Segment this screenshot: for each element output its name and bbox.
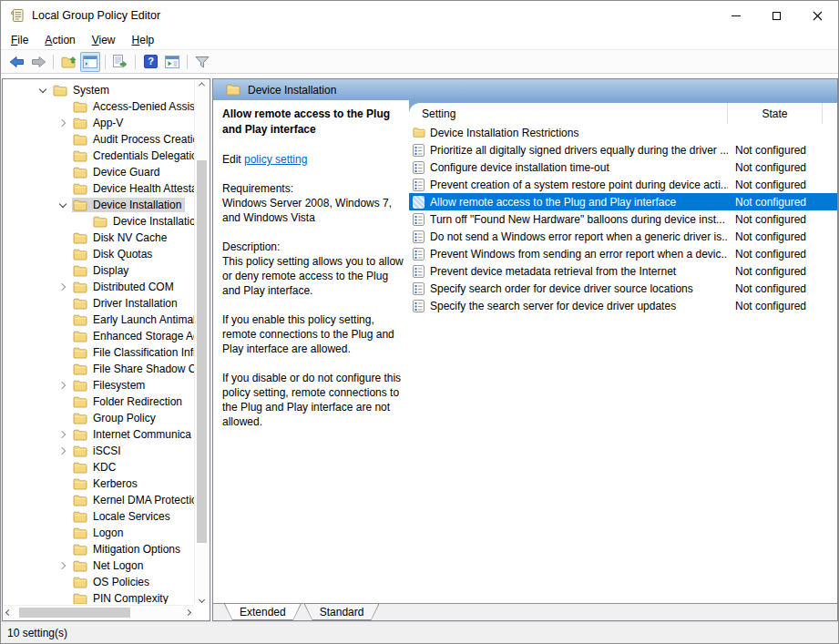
policy-setting-link[interactable]: policy setting: [244, 153, 307, 166]
tree-item[interactable]: iSCSI: [3, 443, 194, 459]
menu-help[interactable]: Help: [124, 32, 163, 48]
tree-item[interactable]: System: [3, 82, 194, 98]
setting-row[interactable]: Specify the search server for device dri…: [409, 297, 837, 314]
tab-label: Extended: [225, 604, 301, 619]
setting-row[interactable]: Prevent device metadata retrieval from t…: [409, 262, 837, 280]
minimize-button[interactable]: [715, 1, 756, 30]
chevron-right-icon[interactable]: [54, 377, 72, 394]
menu-view[interactable]: View: [84, 32, 124, 48]
toolbar-separator: [105, 55, 106, 69]
show-window-button[interactable]: [162, 52, 182, 72]
tree-item[interactable]: Device Installation: [3, 197, 194, 213]
chevron-spacer: [54, 328, 72, 344]
setting-row[interactable]: Configure device installation time-outNo…: [409, 158, 837, 176]
back-button[interactable]: [6, 52, 26, 72]
setting-row[interactable]: Prevent Windows from sending an error re…: [409, 245, 837, 262]
tree-item[interactable]: Device Installation: [3, 213, 194, 230]
forward-button[interactable]: [28, 52, 48, 72]
setting-row[interactable]: Device Installation Restrictions: [409, 124, 837, 141]
chevron-spacer: [54, 98, 72, 115]
show-console-tree-button[interactable]: [80, 52, 100, 72]
tree-item-label: Distributed COM: [93, 281, 174, 293]
tree-item[interactable]: Mitigation Options: [3, 541, 194, 557]
setting-row[interactable]: Prevent creation of a system restore poi…: [409, 176, 837, 193]
tree-item[interactable]: File Classification Infr: [3, 344, 194, 361]
chevron-spacer: [54, 230, 72, 246]
column-header-state[interactable]: State: [728, 103, 823, 124]
tree-item[interactable]: Device Health Attesta: [3, 180, 194, 197]
window-controls: [715, 1, 838, 30]
setting-row[interactable]: Turn off "Found New Hardware" balloons d…: [409, 210, 837, 228]
chevron-spacer: [54, 525, 72, 541]
tree-horizontal-scrollbar[interactable]: [4, 605, 193, 619]
tree-item[interactable]: Distributed COM: [3, 279, 194, 295]
tree-item[interactable]: Display: [3, 262, 194, 279]
chevron-spacer: [54, 295, 72, 312]
chevron-spacer: [54, 246, 72, 262]
setting-row[interactable]: Specify search order for device driver s…: [409, 280, 837, 297]
chevron-spacer: [54, 131, 72, 148]
setting-row[interactable]: Allow remote access to the Plug and Play…: [409, 193, 837, 210]
tree-item[interactable]: Enhanced Storage Ac: [3, 328, 194, 344]
requirements-text: Windows Server 2008, Windows 7, and Wind…: [222, 196, 404, 225]
tree-vertical-scrollbar[interactable]: [194, 80, 209, 604]
tree-item[interactable]: Internet Communica: [3, 426, 194, 443]
tree-item-label: Device Installation: [113, 215, 194, 228]
up-one-level-button[interactable]: [58, 52, 78, 72]
tree-item[interactable]: Driver Installation: [3, 295, 194, 312]
tree-item[interactable]: OS Policies: [3, 574, 194, 590]
folder-icon: [73, 527, 87, 539]
tree-item-label: Credentials Delegatio: [93, 149, 194, 162]
tree-item[interactable]: Kernel DMA Protectio: [3, 492, 194, 508]
chevron-right-icon[interactable]: [54, 557, 72, 574]
tree-item[interactable]: Credentials Delegatio: [3, 148, 194, 164]
scroll-right-icon[interactable]: [186, 606, 190, 619]
tree-item[interactable]: Locale Services: [3, 508, 194, 525]
tree-item-label: Device Health Attesta: [93, 182, 194, 195]
chevron-down-icon[interactable]: [54, 197, 72, 213]
tree-item[interactable]: Net Logon: [3, 557, 194, 574]
chevron-right-icon[interactable]: [54, 279, 72, 295]
tree-item-label: System: [73, 84, 109, 97]
toolbar-separator: [53, 55, 54, 69]
filter-button[interactable]: [192, 52, 212, 72]
tree-item-label: Disk Quotas: [93, 248, 152, 261]
setting-row[interactable]: Do not send a Windows error report when …: [409, 228, 837, 245]
tree-item[interactable]: File Share Shadow Co: [3, 361, 194, 377]
tab-standard[interactable]: Standard: [304, 604, 380, 620]
tree-item[interactable]: Disk NV Cache: [3, 230, 194, 246]
tree-item[interactable]: Audit Process Creatio: [3, 131, 194, 148]
tab-extended[interactable]: Extended: [224, 604, 302, 620]
tree-item[interactable]: Device Guard: [3, 164, 194, 180]
help-button[interactable]: ?: [140, 52, 160, 72]
chevron-right-icon[interactable]: [54, 426, 72, 443]
tree-item[interactable]: Group Policy: [3, 410, 194, 426]
tree-hscroll-thumb[interactable]: [19, 608, 130, 618]
tree-item[interactable]: Folder Redirection: [3, 394, 194, 410]
tree-item[interactable]: Access-Denied Assist: [3, 98, 194, 115]
export-list-button[interactable]: [110, 52, 130, 72]
tree-item[interactable]: KDC: [3, 459, 194, 475]
tree-item[interactable]: PIN Complexity: [3, 590, 194, 604]
tree-item[interactable]: Filesystem: [3, 377, 194, 394]
tree-vscroll-thumb[interactable]: [197, 160, 207, 543]
chevron-right-icon[interactable]: [54, 115, 72, 131]
tree-item[interactable]: Early Launch Antimal: [3, 312, 194, 328]
scroll-up-icon[interactable]: [195, 82, 209, 87]
setting-row[interactable]: Prioritize all digitally signed drivers …: [409, 141, 837, 158]
chevron-down-icon[interactable]: [34, 82, 52, 98]
menu-action[interactable]: Action: [36, 32, 83, 48]
close-button[interactable]: [797, 1, 838, 30]
tree-item[interactable]: Disk Quotas: [3, 246, 194, 262]
chevron-right-icon[interactable]: [54, 443, 72, 459]
menu-file[interactable]: File: [3, 32, 36, 48]
setting-state: Not configured: [735, 196, 806, 209]
column-header-setting[interactable]: Setting: [409, 103, 728, 124]
maximize-button[interactable]: [756, 1, 797, 30]
scroll-down-icon[interactable]: [195, 599, 209, 602]
tree-item[interactable]: Kerberos: [3, 475, 194, 492]
scroll-left-icon[interactable]: [6, 606, 11, 619]
tree-item[interactable]: App-V: [3, 115, 194, 131]
tree-item[interactable]: Logon: [3, 525, 194, 541]
folder-icon: [73, 462, 87, 474]
